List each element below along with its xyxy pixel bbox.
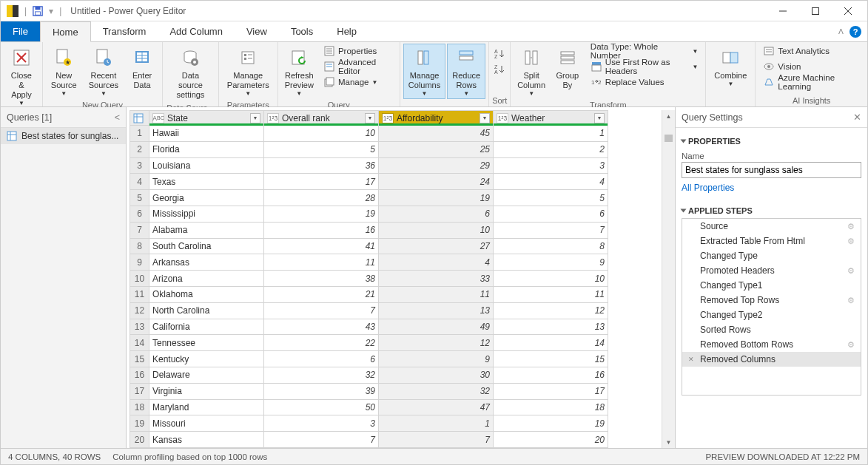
applied-step[interactable]: Changed Type2: [682, 308, 861, 322]
table-row[interactable]: 17 Virginia 39 32 17: [130, 383, 608, 399]
tab-add-column[interactable]: Add Column: [158, 21, 235, 41]
cell-state[interactable]: South Carolina: [149, 238, 264, 254]
table-row[interactable]: 10 Arizona 38 33 10: [130, 271, 608, 287]
reduce-rows-button[interactable]: ReduceRows▼: [447, 44, 485, 99]
table-row[interactable]: 15 Kentucky 6 9 15: [130, 351, 608, 367]
cell-weather[interactable]: 15: [494, 351, 608, 367]
cell-weather[interactable]: 14: [494, 335, 608, 351]
column-header-affordability[interactable]: 1²3Affordability▼: [379, 111, 494, 126]
cell-state[interactable]: Delaware: [149, 367, 264, 383]
cell-state[interactable]: Arkansas: [149, 254, 264, 271]
advanced-editor-button[interactable]: Advanced Editor: [319, 59, 397, 74]
cell-overall-rank[interactable]: 43: [264, 319, 379, 335]
query-name-input[interactable]: [682, 162, 861, 178]
ribbon-collapse-icon[interactable]: ᐱ: [838, 27, 844, 35]
tab-view[interactable]: View: [235, 21, 279, 41]
column-header-weather[interactable]: 1²3Weather▼: [494, 111, 608, 126]
properties-button[interactable]: Properties: [319, 44, 397, 58]
cell-state[interactable]: Kansas: [149, 432, 264, 448]
split-column-button[interactable]: SplitColumn▼: [514, 44, 549, 99]
applied-steps-section-toggle[interactable]: APPLIED STEPS: [682, 203, 861, 218]
applied-step[interactable]: Changed Type: [682, 248, 861, 263]
cell-affordability[interactable]: 9: [379, 351, 494, 367]
cell-weather[interactable]: 5: [494, 190, 608, 206]
cell-affordability[interactable]: 11: [379, 286, 494, 302]
cell-weather[interactable]: 16: [494, 367, 608, 383]
sort-asc-button[interactable]: AZ: [492, 47, 507, 61]
gear-icon[interactable]: ⚙: [847, 266, 855, 276]
cell-weather[interactable]: 7: [494, 222, 608, 238]
tab-file[interactable]: File: [1, 21, 40, 41]
cell-affordability[interactable]: 45: [379, 126, 494, 142]
table-row[interactable]: 12 North Carolina 7 13 12: [130, 302, 608, 319]
cell-affordability[interactable]: 13: [379, 302, 494, 319]
tab-home[interactable]: Home: [40, 21, 91, 42]
filter-dropdown-icon[interactable]: ▼: [594, 113, 605, 123]
refresh-preview-button[interactable]: RefreshPreview▼: [281, 44, 317, 99]
cell-affordability[interactable]: 33: [379, 271, 494, 287]
table-row[interactable]: 6 Mississippi 19 6 6: [130, 206, 608, 222]
tab-transform[interactable]: Transform: [91, 21, 158, 41]
cell-affordability[interactable]: 29: [379, 157, 494, 174]
cell-overall-rank[interactable]: 7: [264, 302, 379, 319]
cell-affordability[interactable]: 30: [379, 367, 494, 383]
cell-affordability[interactable]: 27: [379, 238, 494, 254]
cell-overall-rank[interactable]: 3: [264, 415, 379, 432]
text-analytics-button[interactable]: Text Analytics: [758, 44, 864, 58]
applied-step[interactable]: Promoted Headers⚙: [682, 263, 861, 278]
table-row[interactable]: 20 Kansas 7 7 20: [130, 432, 608, 448]
cell-state[interactable]: North Carolina: [149, 302, 264, 319]
cell-weather[interactable]: 11: [494, 286, 608, 302]
filter-dropdown-icon[interactable]: ▼: [365, 113, 375, 123]
manage-button[interactable]: Manage ▼: [319, 75, 397, 89]
cell-overall-rank[interactable]: 17: [264, 174, 379, 190]
cell-affordability[interactable]: 32: [379, 383, 494, 399]
cell-affordability[interactable]: 10: [379, 222, 494, 238]
cell-affordability[interactable]: 19: [379, 190, 494, 206]
combine-button[interactable]: Combine▼: [709, 44, 752, 89]
cell-overall-rank[interactable]: 36: [264, 157, 379, 174]
applied-step[interactable]: Removed Top Rows⚙: [682, 293, 861, 308]
table-row[interactable]: 16 Delaware 32 30 16: [130, 367, 608, 383]
enter-data-button[interactable]: EnterData: [125, 44, 159, 92]
cell-weather[interactable]: 13: [494, 319, 608, 335]
cell-overall-rank[interactable]: 5: [264, 141, 379, 157]
table-row[interactable]: 7 Alabama 16 10 7: [130, 222, 608, 238]
close-and-apply-button[interactable]: Close &Apply▼: [4, 44, 39, 109]
tab-tools[interactable]: Tools: [279, 21, 325, 41]
minimize-button[interactable]: [767, 1, 799, 21]
recent-sources-button[interactable]: RecentSources▼: [84, 44, 124, 99]
table-row[interactable]: 11 Oklahoma 21 11 11: [130, 286, 608, 302]
gear-icon[interactable]: ⚙: [847, 296, 855, 305]
table-row[interactable]: 1 Hawaii 10 45 1: [130, 126, 608, 142]
collapse-panel-icon[interactable]: <: [115, 112, 120, 123]
applied-step[interactable]: Extracted Table From Html⚙: [682, 234, 861, 248]
tab-help[interactable]: Help: [325, 21, 369, 41]
cell-overall-rank[interactable]: 7: [264, 432, 379, 448]
cell-state[interactable]: Virginia: [149, 383, 264, 399]
cell-overall-rank[interactable]: 16: [264, 222, 379, 238]
close-panel-icon[interactable]: ✕: [853, 112, 861, 123]
cell-weather[interactable]: 17: [494, 383, 608, 399]
cell-state[interactable]: Georgia: [149, 190, 264, 206]
properties-section-toggle[interactable]: PROPERTIES: [682, 134, 861, 149]
column-header-overall-rank[interactable]: 1²3Overall rank▼: [264, 111, 379, 126]
use-first-row-button[interactable]: Use First Row as Headers ▼: [586, 59, 702, 74]
cell-weather[interactable]: 19: [494, 415, 608, 432]
cell-state[interactable]: Missouri: [149, 415, 264, 432]
table-row[interactable]: 8 South Carolina 41 27 8: [130, 238, 608, 254]
cell-state[interactable]: Alabama: [149, 222, 264, 238]
gear-icon[interactable]: ⚙: [847, 237, 855, 246]
close-button[interactable]: [832, 1, 864, 21]
cell-weather[interactable]: 6: [494, 206, 608, 222]
azure-ml-button[interactable]: Azure Machine Learning: [758, 75, 864, 89]
cell-state[interactable]: Tennessee: [149, 335, 264, 351]
cell-affordability[interactable]: 1: [379, 415, 494, 432]
new-source-button[interactable]: ★ NewSource▼: [46, 44, 82, 99]
cell-weather[interactable]: 12: [494, 302, 608, 319]
table-row[interactable]: 18 Maryland 50 47 18: [130, 399, 608, 415]
scroll-up-icon[interactable]: ▲: [662, 110, 675, 122]
applied-step[interactable]: Removed Columns: [682, 352, 861, 367]
cell-state[interactable]: Oklahoma: [149, 286, 264, 302]
table-row[interactable]: 2 Florida 5 25 2: [130, 141, 608, 157]
